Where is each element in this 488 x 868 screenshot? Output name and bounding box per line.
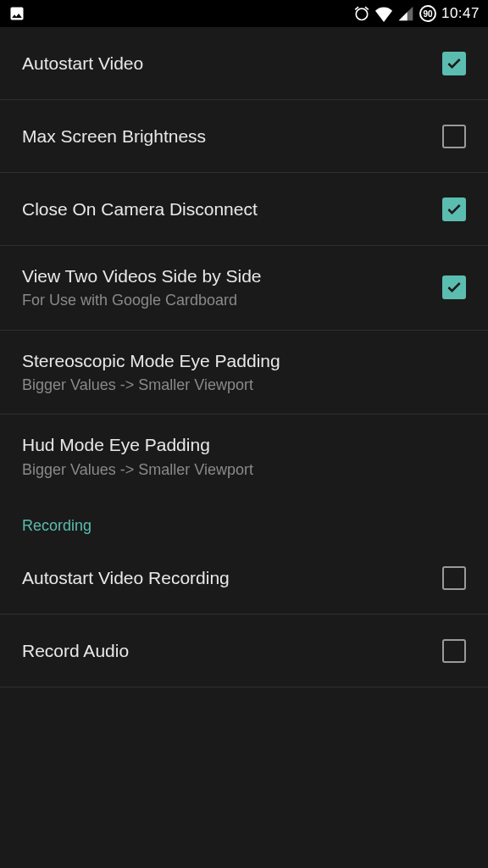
checkbox-record-audio[interactable] bbox=[442, 639, 466, 663]
checkbox-side-by-side[interactable] bbox=[442, 275, 466, 299]
status-bar-left bbox=[8, 5, 25, 22]
image-icon bbox=[8, 5, 25, 22]
setting-autostart-recording[interactable]: Autostart Video Recording bbox=[0, 542, 488, 615]
setting-title: Record Audio bbox=[22, 639, 425, 662]
battery-badge-text: 90 bbox=[423, 9, 432, 19]
setting-subtitle: Bigger Values -> Smaller Viewport bbox=[22, 460, 449, 480]
check-icon bbox=[446, 55, 463, 72]
checkbox-autostart-video[interactable] bbox=[442, 52, 466, 75]
setting-texts: View Two Videos Side by Side For Use wit… bbox=[22, 264, 442, 311]
status-bar-right: 90 10:47 bbox=[353, 5, 480, 22]
setting-texts: Autostart Video bbox=[22, 52, 442, 75]
setting-texts: Record Audio bbox=[22, 639, 442, 662]
setting-title: Close On Camera Disconnect bbox=[22, 198, 425, 220]
setting-autostart-video[interactable]: Autostart Video bbox=[0, 27, 488, 100]
setting-close-on-disconnect[interactable]: Close On Camera Disconnect bbox=[0, 173, 488, 246]
battery-badge-icon: 90 bbox=[419, 5, 436, 22]
setting-stereo-padding[interactable]: Stereoscopic Mode Eye Padding Bigger Val… bbox=[0, 331, 488, 415]
setting-texts: Autostart Video Recording bbox=[22, 566, 442, 589]
setting-title: Max Screen Brightness bbox=[22, 125, 425, 147]
checkbox-close-on-disconnect[interactable] bbox=[442, 198, 466, 221]
setting-title: Hud Mode Eye Padding bbox=[22, 433, 449, 456]
checkbox-max-brightness[interactable] bbox=[442, 125, 466, 148]
setting-record-audio[interactable]: Record Audio bbox=[0, 615, 488, 687]
setting-title: Autostart Video Recording bbox=[22, 566, 425, 589]
setting-title: Stereoscopic Mode Eye Padding bbox=[22, 349, 449, 372]
wifi-icon bbox=[375, 5, 392, 22]
setting-side-by-side[interactable]: View Two Videos Side by Side For Use wit… bbox=[0, 246, 488, 331]
status-bar: 90 10:47 bbox=[0, 0, 488, 27]
setting-texts: Max Screen Brightness bbox=[22, 125, 442, 147]
setting-texts: Close On Camera Disconnect bbox=[22, 198, 442, 220]
section-header-recording: Recording bbox=[0, 498, 488, 542]
setting-title: View Two Videos Side by Side bbox=[22, 264, 425, 287]
settings-list: Autostart Video Max Screen Brightness Cl… bbox=[0, 27, 488, 687]
check-icon bbox=[446, 279, 463, 296]
status-time: 10:47 bbox=[441, 5, 480, 22]
checkbox-autostart-recording[interactable] bbox=[442, 566, 466, 590]
setting-max-brightness[interactable]: Max Screen Brightness bbox=[0, 100, 488, 173]
alarm-icon bbox=[353, 5, 370, 22]
check-icon bbox=[446, 201, 463, 218]
setting-subtitle: For Use with Google Cardboard bbox=[22, 291, 425, 310]
setting-title: Autostart Video bbox=[22, 52, 425, 75]
setting-subtitle: Bigger Values -> Smaller Viewport bbox=[22, 376, 449, 395]
signal-icon bbox=[397, 5, 414, 22]
setting-hud-padding[interactable]: Hud Mode Eye Padding Bigger Values -> Sm… bbox=[0, 415, 488, 498]
setting-texts: Hud Mode Eye Padding Bigger Values -> Sm… bbox=[22, 433, 466, 480]
setting-texts: Stereoscopic Mode Eye Padding Bigger Val… bbox=[22, 349, 466, 396]
